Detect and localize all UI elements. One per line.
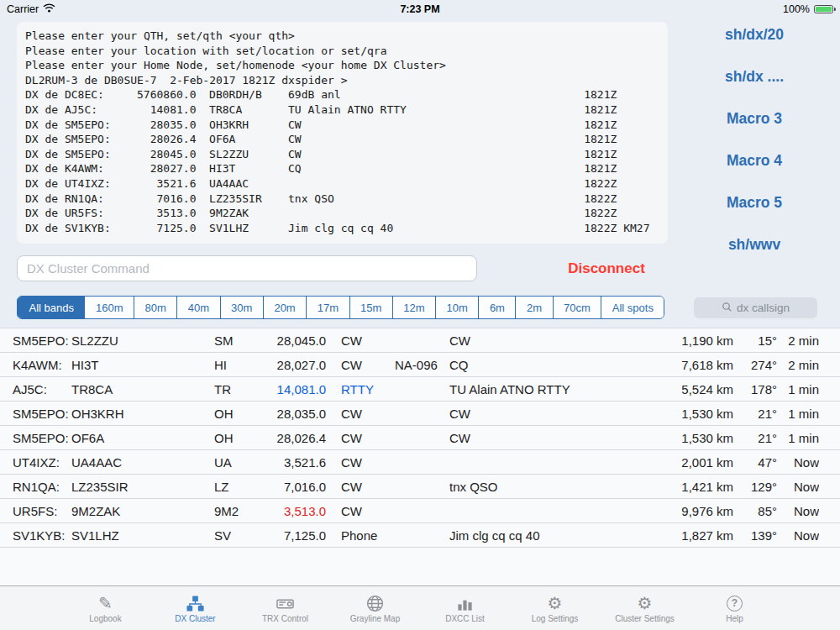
band-20m[interactable]: 20m bbox=[263, 297, 306, 318]
band-30m[interactable]: 30m bbox=[220, 297, 263, 318]
macro-button[interactable]: sh/dx/20 bbox=[670, 13, 838, 55]
spot-comment: CW bbox=[449, 431, 645, 445]
band-160m[interactable]: 160m bbox=[84, 297, 134, 318]
terminal-time: 1821Z bbox=[584, 88, 617, 101]
tab-log-settings[interactable]: ⚙ Log Settings bbox=[510, 586, 600, 630]
tab-logbook[interactable]: ✎ Logbook bbox=[60, 586, 150, 630]
terminal-frequency: 28026.4 bbox=[111, 132, 197, 147]
terminal-frequency: 28045.0 bbox=[111, 147, 197, 162]
band-17m[interactable]: 17m bbox=[306, 297, 349, 318]
frequency: 28,035.0 bbox=[260, 407, 326, 421]
dxcc-prefix: 9M2 bbox=[214, 504, 260, 518]
distance: 5,524 km bbox=[645, 382, 733, 396]
dxcc-prefix: LZ bbox=[214, 480, 260, 494]
macro-button[interactable]: Macro 5 bbox=[670, 181, 838, 223]
frequency: 28,045.0 bbox=[260, 333, 326, 348]
terminal-time: 1821Z bbox=[584, 118, 617, 131]
tab-trx-control[interactable]: TRX Control bbox=[240, 586, 330, 630]
terminal-spot-line: DX de SM5EPO:28045.0SL2ZZUCW1821Z bbox=[25, 147, 659, 162]
globe-icon bbox=[365, 593, 385, 613]
distance: 2,001 km bbox=[645, 455, 733, 470]
cluster-icon bbox=[186, 593, 205, 613]
macro-button[interactable]: Macro 4 bbox=[670, 139, 838, 181]
macro-button[interactable]: sh/wwv bbox=[670, 223, 838, 265]
terminal-comment: Jim clg cq cq 40 bbox=[288, 221, 584, 236]
tab-help[interactable]: ? Help bbox=[690, 586, 780, 630]
terminal-spot-line: DX de DC8EC:5760860.0DB0RDH/B69dB anl182… bbox=[25, 87, 659, 102]
spot-age: 2 min bbox=[777, 333, 819, 348]
terminal-spotter: DX de AJ5C: bbox=[25, 102, 111, 118]
mode: RTTY bbox=[326, 382, 395, 396]
search-placeholder: dx callsign bbox=[737, 302, 790, 314]
spots-table: SM5EPO: SL2ZZU SM 28,045.0 CW CW 1,190 k… bbox=[0, 328, 840, 585]
spot-row[interactable]: SM5EPO: OF6A OH 28,026.4 CW CW 1,530 km … bbox=[0, 426, 840, 450]
terminal-dx-call: SL2ZZU bbox=[209, 147, 288, 162]
distance: 1,190 km bbox=[645, 333, 733, 348]
spot-comment: CW bbox=[449, 407, 645, 421]
band-2m[interactable]: 2m bbox=[515, 297, 552, 318]
mode: CW bbox=[326, 358, 395, 372]
pencil-icon: ✎ bbox=[98, 593, 113, 613]
spotter-call: K4AWM: bbox=[13, 358, 71, 372]
band-10m[interactable]: 10m bbox=[435, 297, 478, 318]
band-all-spots[interactable]: All spots bbox=[601, 297, 664, 318]
terminal-time: 1821Z bbox=[584, 148, 617, 160]
macro-button[interactable]: sh/dx .... bbox=[670, 55, 838, 97]
spot-search-field[interactable]: dx callsign bbox=[694, 297, 817, 318]
dxcc-prefix: UA bbox=[214, 455, 260, 470]
band-80m[interactable]: 80m bbox=[134, 297, 176, 318]
spot-row[interactable]: SM5EPO: OH3KRH OH 28,035.0 CW CW 1,530 k… bbox=[0, 402, 840, 426]
battery-icon bbox=[814, 5, 833, 14]
spotter-call: UT4IXZ: bbox=[13, 455, 71, 470]
spot-row[interactable]: UR5FS: 9M2ZAK 9M2 3,513.0 CW 9,976 km 85… bbox=[0, 499, 840, 523]
band-40m[interactable]: 40m bbox=[176, 297, 219, 318]
spot-row[interactable]: SM5EPO: SL2ZZU SM 28,045.0 CW CW 1,190 k… bbox=[0, 328, 840, 353]
spot-row[interactable]: RN1QA: LZ235SIR LZ 7,016.0 CW tnx QSO 1,… bbox=[0, 475, 840, 499]
dxcc-prefix: TR bbox=[214, 382, 260, 396]
tab-dxcc-list[interactable]: DXCC List bbox=[420, 586, 510, 630]
terminal-dx-call: LZ235SIR bbox=[209, 192, 288, 207]
band-15m[interactable]: 15m bbox=[349, 297, 392, 318]
spot-row[interactable]: UT4IXZ: UA4AAC UA 3,521.6 CW 2,001 km 47… bbox=[0, 450, 840, 475]
mode: Phone bbox=[326, 528, 395, 543]
macro-button[interactable]: Macro 3 bbox=[670, 97, 838, 139]
band-12m[interactable]: 12m bbox=[392, 297, 435, 318]
terminal-dx-call: OH3KRH bbox=[209, 118, 288, 133]
terminal-comment: tnx QSO bbox=[288, 192, 584, 207]
mode: CW bbox=[326, 455, 395, 470]
distance: 1,530 km bbox=[645, 431, 733, 445]
spot-comment: Jim clg cq cq 40 bbox=[449, 528, 645, 543]
bearing: 21° bbox=[733, 431, 777, 445]
distance: 7,618 km bbox=[645, 358, 733, 372]
spot-row[interactable]: K4AWM: HI3T HI 28,027.0 CW NA-096 CQ 7,6… bbox=[0, 353, 840, 377]
terminal-spotter: DX de K4AWM: bbox=[25, 161, 111, 176]
gear-icon: ⚙ bbox=[548, 593, 563, 613]
band-all-bands[interactable]: All bands bbox=[18, 297, 84, 318]
distance: 1,530 km bbox=[645, 407, 733, 421]
spot-row[interactable]: SV1KYB: SV1LHZ SV 7,125.0 Phone Jim clg … bbox=[0, 523, 840, 548]
wifi-icon bbox=[43, 3, 55, 15]
iota-ref: NA-096 bbox=[395, 358, 449, 372]
disconnect-button[interactable]: Disconnect bbox=[552, 255, 661, 281]
spot-comment: CQ bbox=[449, 358, 645, 372]
terminal-spotter: DX de SM5EPO: bbox=[25, 147, 111, 162]
terminal-output[interactable]: Please enter your QTH, set/qth <your qth… bbox=[17, 22, 668, 244]
spotter-call: SM5EPO: bbox=[13, 431, 71, 445]
band-filter: All bands160m80m40m30m20m17m15m12m10m6m2… bbox=[17, 296, 664, 319]
dx-command-input[interactable] bbox=[17, 255, 477, 281]
tab-cluster-settings[interactable]: ⚙ Cluster Settings bbox=[600, 586, 690, 630]
spot-row[interactable]: AJ5C: TR8CA TR 14,081.0 RTTY TU Alain AT… bbox=[0, 377, 840, 402]
dx-call: TR8CA bbox=[71, 382, 214, 396]
dxcc-prefix: SV bbox=[214, 528, 260, 543]
terminal-dx-call: SV1LHZ bbox=[209, 221, 288, 236]
terminal-frequency: 3513.0 bbox=[111, 206, 197, 221]
terminal-comment: CW bbox=[288, 132, 584, 147]
frequency: 3,513.0 bbox=[260, 504, 326, 518]
spot-comment: tnx QSO bbox=[449, 480, 645, 494]
band-6m[interactable]: 6m bbox=[478, 297, 515, 318]
tab-dx-cluster[interactable]: DX Cluster bbox=[150, 586, 240, 630]
tab-label: Grayline Map bbox=[350, 614, 400, 623]
tab-grayline-map[interactable]: Grayline Map bbox=[330, 586, 420, 630]
dx-call: 9M2ZAK bbox=[71, 504, 214, 518]
band-70cm[interactable]: 70cm bbox=[553, 297, 601, 318]
